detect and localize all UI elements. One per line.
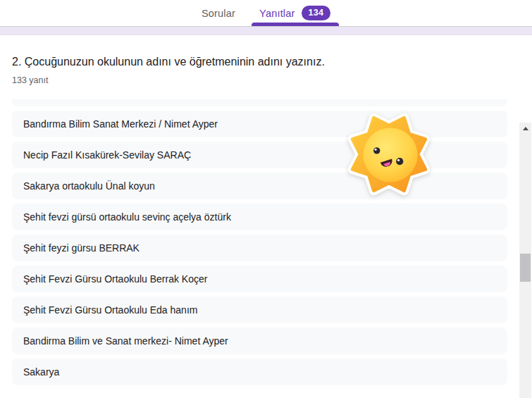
list-scrollbar[interactable] bbox=[519, 123, 531, 398]
active-tab-underline bbox=[252, 23, 339, 26]
list-item: Şehit Fevzi Gürsu Ortaokulu Berrak Koçer bbox=[12, 266, 507, 292]
responses-panel: 2. Çocuğunuzun okulunun adını ve öğretme… bbox=[0, 55, 532, 398]
tab-questions[interactable]: Sorular bbox=[202, 8, 235, 19]
question-title: 2. Çocuğunuzun okulunun adını ve öğretme… bbox=[12, 55, 515, 68]
list-item: Sakarya ortaokulu Ünal koyun bbox=[12, 173, 507, 199]
list-item: Bandirma Bilim ve Sanat merkezi- Nimet A… bbox=[12, 328, 507, 354]
tab-bar: Sorular Yanıtlar 134 bbox=[0, 0, 532, 27]
scroll-up-button[interactable] bbox=[519, 123, 531, 135]
tab-responses[interactable]: Yanıtlar 134 bbox=[259, 6, 330, 20]
list-item: Bandırma Bilim Sanat Merkezi / Nimet Ayp… bbox=[12, 111, 507, 137]
list-item: Necip Fazıl Kısakürek-Sevilay SARAÇ bbox=[12, 142, 507, 168]
list-item: Sakarya bbox=[12, 359, 507, 385]
list-item: Şehit fevzi gürsü ortaokulu sevinç açely… bbox=[12, 204, 507, 230]
responses-count-badge: 134 bbox=[302, 6, 330, 20]
triangle-up-icon bbox=[523, 127, 528, 130]
list-item: Şehit feyzi gürsu BERRAK bbox=[12, 235, 507, 261]
tab-responses-label: Yanıtlar bbox=[259, 8, 295, 19]
scrollbar-thumb[interactable] bbox=[520, 254, 531, 282]
response-list: Bandırma Bilim Sanat Merkezi / Nimet Ayp… bbox=[12, 99, 507, 385]
response-count: 133 yanıt bbox=[12, 75, 520, 85]
list-item: Şehit Fevzi Gürsu Ortaokulu Eda hanım bbox=[12, 297, 507, 323]
page-background-strip bbox=[0, 27, 532, 35]
list-item-clipped bbox=[12, 99, 507, 106]
